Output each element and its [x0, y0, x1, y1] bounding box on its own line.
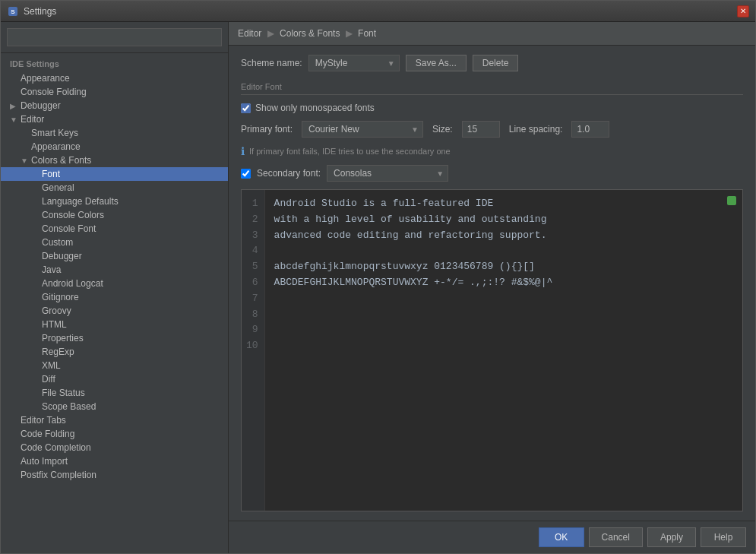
preview-line: abcdefghijklmnopqrstuvwxyz 0123456789 ()…: [274, 259, 733, 275]
line-number: 2: [246, 212, 258, 228]
right-panel: Editor ▶ Colors & Fonts ▶ Font Scheme na…: [229, 22, 755, 553]
close-button[interactable]: ✕: [737, 5, 749, 17]
sidebar-item-console-colors[interactable]: Console Colors: [1, 208, 228, 222]
bottom-bar: OK Cancel Apply Help: [229, 521, 755, 553]
sidebar-item-editor-appearance[interactable]: Appearance: [1, 140, 228, 154]
secondary-font-checkbox[interactable]: [241, 169, 251, 179]
app-icon: S: [7, 5, 19, 17]
secondary-font-label[interactable]: Secondary font:: [257, 168, 321, 179]
sidebar-item-editor[interactable]: ▼ Editor: [1, 112, 228, 126]
collapse-icon: ▼: [10, 116, 21, 124]
sidebar-item-debugger[interactable]: ▶ Debugger: [1, 99, 228, 112]
scheme-name-label: Scheme name:: [241, 58, 302, 68]
title-bar: S Settings ✕: [1, 1, 755, 22]
sidebar-item-code-folding[interactable]: Code Folding: [1, 427, 228, 441]
sidebar-item-diff[interactable]: Diff: [1, 372, 228, 386]
size-label: Size:: [432, 124, 453, 135]
sidebar-item-console-font[interactable]: Console Font: [1, 222, 228, 236]
sidebar-item-editor-tabs[interactable]: Editor Tabs: [1, 413, 228, 427]
line-number: 8: [246, 307, 258, 323]
scheme-select[interactable]: MyStyle Default Darcula: [308, 55, 400, 71]
secondary-font-select-wrapper: Consolas Courier New DejaVu Sans Mono ▼: [327, 165, 448, 182]
line-number: 1: [246, 196, 258, 212]
sidebar-item-gitignore[interactable]: Gitignore: [1, 290, 228, 304]
preview-line: Android Studio is a full-featured IDE: [274, 196, 733, 212]
save-as-button[interactable]: Save As...: [406, 55, 467, 71]
secondary-font-row: Secondary font: Consolas Courier New Dej…: [241, 165, 743, 182]
editor-font-section-header: Editor Font: [241, 82, 743, 95]
sidebar-item-xml[interactable]: XML: [1, 359, 228, 372]
show-monospaced-label[interactable]: Show only monospaced fonts: [255, 103, 375, 113]
scheme-row: Scheme name: MyStyle Default Darcula ▼ S…: [241, 55, 743, 71]
search-bar: [1, 22, 228, 53]
info-text: If primary font fails, IDE tries to use …: [249, 147, 451, 156]
settings-tree: IDE Settings Appearance Console Folding …: [1, 53, 228, 516]
sidebar-item-general[interactable]: General: [1, 181, 228, 195]
info-icon: ℹ: [241, 145, 245, 157]
sidebar-item-custom[interactable]: Custom: [1, 236, 228, 249]
breadcrumb-editor: Editor: [238, 28, 261, 39]
line-numbers: 1 2 3 4 5 6 7 8 9 10: [242, 190, 265, 511]
sidebar-item-scope-based[interactable]: Scope Based: [1, 400, 228, 413]
code-preview: Android Studio is a full-featured IDE wi…: [265, 190, 742, 511]
preview-line: [274, 243, 733, 259]
ide-settings-header: IDE Settings: [1, 56, 228, 71]
sidebar-item-groovy[interactable]: Groovy: [1, 304, 228, 318]
settings-content: Scheme name: MyStyle Default Darcula ▼ S…: [229, 46, 755, 521]
primary-font-select[interactable]: Courier New Consolas DejaVu Sans Mono Me…: [302, 121, 423, 138]
line-number: 3: [246, 228, 258, 244]
line-number: 9: [246, 322, 258, 338]
expand-icon: ▶: [10, 102, 21, 110]
preview-line: [274, 338, 733, 354]
window-title: Settings: [24, 6, 737, 17]
sidebar-item-regexp[interactable]: RegExp: [1, 345, 228, 359]
ok-button[interactable]: OK: [539, 527, 584, 547]
size-input[interactable]: [462, 121, 500, 138]
sidebar-item-file-status[interactable]: File Status: [1, 386, 228, 400]
secondary-font-select[interactable]: Consolas Courier New DejaVu Sans Mono: [327, 165, 448, 182]
sidebar-item-code-completion[interactable]: Code Completion: [1, 441, 228, 454]
green-indicator: [727, 196, 736, 205]
primary-font-select-wrapper: Courier New Consolas DejaVu Sans Mono Me…: [302, 121, 423, 138]
sidebar-item-postfix-completion[interactable]: Postfix Completion: [1, 468, 228, 482]
show-monospaced-checkbox[interactable]: [241, 103, 251, 113]
breadcrumb-colors-fonts: Colors & Fonts: [280, 28, 340, 39]
sidebar-item-debugger2[interactable]: Debugger: [1, 249, 228, 263]
apply-button[interactable]: Apply: [647, 527, 696, 547]
line-spacing-label: Line spacing:: [509, 124, 563, 135]
preview-line: ABCDEFGHIJKLMNOPQRSTUVWXYZ +-*/= .,;:!? …: [274, 275, 733, 291]
scheme-select-wrapper: MyStyle Default Darcula ▼: [308, 55, 400, 71]
help-button[interactable]: Help: [701, 527, 746, 547]
info-row: ℹ If primary font fails, IDE tries to us…: [241, 145, 743, 157]
breadcrumb-font: Font: [358, 28, 376, 39]
show-monospaced-row: Show only monospaced fonts: [241, 103, 743, 113]
sidebar-item-language-defaults[interactable]: Language Defaults: [1, 195, 228, 208]
search-input[interactable]: [7, 28, 222, 46]
window-controls: ✕: [737, 5, 749, 17]
breadcrumb: Editor ▶ Colors & Fonts ▶ Font: [229, 22, 755, 46]
svg-text:S: S: [11, 8, 15, 15]
sidebar-item-properties[interactable]: Properties: [1, 331, 228, 345]
sidebar-item-android-logcat[interactable]: Android Logcat: [1, 277, 228, 290]
line-number: 6: [246, 275, 258, 291]
main-content: IDE Settings Appearance Console Folding …: [1, 22, 755, 553]
preview-line: [274, 307, 733, 323]
collapse-icon: ▼: [21, 157, 31, 165]
sidebar-item-appearance[interactable]: Appearance: [1, 71, 228, 85]
sidebar-item-java[interactable]: Java: [1, 263, 228, 277]
font-preview-area: 1 2 3 4 5 6 7 8 9 10 Android Studio is a…: [241, 189, 743, 511]
sidebar-item-console-folding[interactable]: Console Folding: [1, 85, 228, 99]
delete-button[interactable]: Delete: [473, 55, 519, 71]
line-spacing-input[interactable]: [571, 121, 609, 138]
sidebar-item-colors-fonts[interactable]: ▼ Colors & Fonts: [1, 154, 228, 167]
preview-line: [274, 322, 733, 338]
cancel-button[interactable]: Cancel: [589, 527, 643, 547]
sidebar-item-font[interactable]: Font: [1, 167, 228, 181]
sidebar-item-html[interactable]: HTML: [1, 318, 228, 331]
sidebar-item-smart-keys[interactable]: Smart Keys: [1, 126, 228, 140]
preview-line: [274, 291, 733, 307]
breadcrumb-sep2: ▶: [346, 28, 355, 39]
sidebar-item-auto-import[interactable]: Auto Import: [1, 454, 228, 468]
settings-window: S Settings ✕ IDE Settings Appearance: [0, 0, 756, 554]
line-number: 10: [246, 338, 258, 354]
